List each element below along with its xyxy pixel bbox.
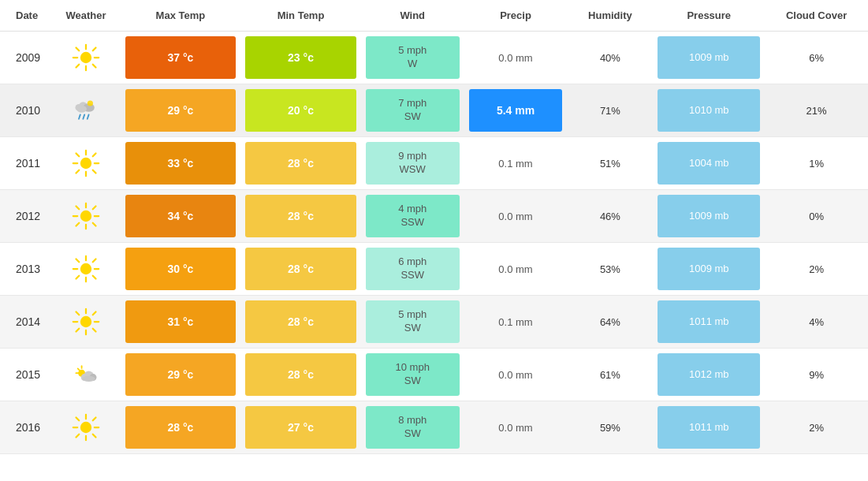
table-row: 2015 29 °c28 °c10 mphSW0.0 mm61%1012 mb9…: [0, 349, 868, 401]
svg-line-31: [76, 206, 79, 209]
table-row: 2016 28 °c27 °c8 mphSW0.0 mm59%1011 mb2%: [0, 401, 868, 454]
cloud-cover-cell: 9%: [765, 349, 868, 401]
pressure-cell: 1011 mb: [653, 401, 765, 454]
svg-line-43: [76, 276, 79, 279]
pressure-value: 1009 mb: [658, 195, 760, 237]
svg-point-61: [80, 422, 91, 433]
svg-line-24: [93, 153, 96, 156]
wind-dir: W: [408, 58, 417, 71]
wind-value: 4 mphSSW: [366, 195, 460, 237]
table-row: 2010 29 °c20 °c7 mphSW5.4 mm71%1010 mb21…: [0, 84, 868, 137]
year-cell: 2015: [0, 349, 51, 401]
pressure-value: 1009 mb: [658, 248, 760, 290]
table-body: 2009 37 °c23 °c5 mphW0.0 mm40%1009 mb6%2…: [0, 32, 868, 454]
svg-line-67: [93, 434, 96, 438]
wind-speed: 7 mph: [398, 97, 427, 110]
wind-dir: SW: [404, 427, 421, 441]
precip-value: 0.1 mm: [469, 300, 563, 343]
humidity-cell: 59%: [567, 401, 653, 454]
min-temp-cell: 28 °c: [240, 296, 361, 349]
max-temp-value: 29 °c: [125, 89, 237, 132]
humidity-cell: 40%: [567, 32, 653, 84]
min-temp-cell: 23 °c: [240, 32, 361, 84]
wind-cell: 7 mphSW: [361, 84, 464, 137]
precip-value: 0.0 mm: [469, 248, 563, 290]
weather-icon: [58, 96, 114, 125]
header-wind: Wind: [361, 0, 464, 32]
svg-line-50: [93, 329, 96, 332]
cloud-cover-cell: 2%: [765, 401, 868, 454]
svg-line-68: [93, 417, 96, 420]
year-cell: 2011: [0, 137, 51, 190]
min-temp-cell: 20 °c: [240, 84, 361, 137]
svg-line-40: [76, 259, 79, 262]
precip-value: 0.0 mm: [469, 36, 563, 79]
year-cell: 2010: [0, 84, 51, 137]
pressure-cell: 1009 mb: [653, 243, 765, 296]
weather-icon-cell: [51, 296, 120, 349]
table-row: 2012 34 °c28 °c4 mphSSW0.0 mm46%1009 mb0…: [0, 190, 868, 243]
wind-dir: SSW: [400, 216, 424, 229]
wind-cell: 5 mphW: [361, 32, 464, 84]
wind-value: 10 mphSW: [366, 353, 460, 396]
wind-speed: 8 mph: [398, 414, 427, 427]
weather-icon: [58, 149, 114, 177]
svg-line-51: [93, 311, 96, 315]
humidity-cell: 71%: [567, 84, 653, 137]
wind-dir: SW: [404, 110, 421, 124]
pressure-value: 1010 mb: [658, 89, 760, 132]
wind-value: 8 mphSW: [366, 406, 460, 449]
pressure-cell: 1012 mb: [653, 349, 765, 401]
max-temp-value: 30 °c: [125, 248, 237, 290]
header-cloud-cover: Cloud Cover: [765, 0, 868, 32]
svg-point-17: [80, 158, 91, 169]
pressure-value: 1011 mb: [658, 300, 760, 343]
svg-line-42: [93, 259, 96, 262]
svg-point-44: [80, 316, 91, 327]
precip-cell: 5.4 mm: [464, 84, 568, 137]
humidity-cell: 46%: [567, 190, 653, 243]
cloud-cover-cell: 0%: [765, 190, 868, 243]
weather-icon-cell: [51, 349, 120, 401]
header-humidity: Humidity: [567, 0, 653, 32]
svg-line-7: [93, 47, 96, 50]
pressure-value: 1004 mb: [658, 142, 760, 185]
max-temp-cell: 29 °c: [121, 349, 241, 401]
svg-point-26: [80, 211, 91, 222]
svg-line-22: [76, 153, 79, 156]
wind-value: 5 mphSW: [366, 300, 460, 343]
wind-speed: 5 mph: [398, 44, 427, 58]
wind-cell: 9 mphWSW: [361, 137, 464, 190]
wind-speed: 9 mph: [398, 150, 427, 163]
humidity-cell: 61%: [567, 349, 653, 401]
weather-icon: [58, 202, 114, 230]
pressure-cell: 1011 mb: [653, 296, 765, 349]
max-temp-cell: 33 °c: [121, 137, 241, 190]
svg-line-6: [93, 65, 96, 68]
max-temp-value: 31 °c: [125, 300, 237, 343]
min-temp-value: 23 °c: [245, 36, 356, 79]
header-pressure: Pressure: [653, 0, 765, 32]
min-temp-value: 28 °c: [245, 248, 356, 290]
min-temp-cell: 28 °c: [240, 243, 361, 296]
year-cell: 2009: [0, 32, 51, 84]
header-precip: Precip: [464, 0, 568, 32]
svg-point-16: [88, 100, 93, 106]
table-row: 2014 31 °c28 °c5 mphSW0.1 mm64%1011 mb4%: [0, 296, 868, 349]
svg-line-33: [93, 206, 96, 209]
header-weather: Weather: [51, 0, 120, 32]
svg-line-5: [76, 47, 79, 50]
weather-icon-cell: [51, 401, 120, 454]
wind-speed: 4 mph: [398, 203, 427, 216]
svg-line-52: [76, 329, 79, 332]
min-temp-value: 28 °c: [245, 353, 356, 396]
svg-line-32: [93, 223, 96, 226]
weather-icon: [58, 360, 114, 389]
min-temp-cell: 28 °c: [240, 190, 361, 243]
max-temp-cell: 37 °c: [121, 32, 241, 84]
wind-cell: 4 mphSSW: [361, 190, 464, 243]
wind-dir: SSW: [400, 269, 424, 282]
wind-dir: WSW: [400, 163, 426, 177]
svg-line-34: [76, 223, 79, 226]
svg-point-35: [80, 263, 91, 274]
